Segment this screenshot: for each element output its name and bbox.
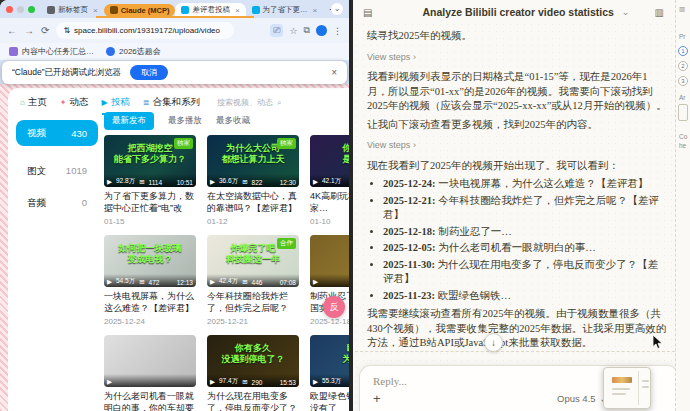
- video-card[interactable]: ▶ 为什么老司机看一眼就明白的事，你的车却要开到跟前才急刹… 2025-12-0…: [104, 335, 196, 411]
- preview-line: [612, 388, 630, 390]
- step-1-badge[interactable]: 1: [678, 46, 688, 56]
- video-thumbnail[interactable]: 把西湖挖空能省下多少算力？ 独家 ▶92.8万 ⊞1114 10:51: [104, 135, 196, 187]
- video-thumbnail[interactable]: 你玩的是AI吗 ▶42.1万: [310, 135, 349, 187]
- video-thumbnail[interactable]: 炸爆完了吧科技圈这一年 合作 ▶42.4万 ⊞446 07:08: [207, 235, 299, 287]
- video-date: 2025-12-21: [207, 317, 299, 326]
- artifact-thumbnail[interactable]: [678, 104, 688, 121]
- minimize-window-button[interactable]: [17, 6, 24, 13]
- play-count-icon: ▶: [313, 178, 318, 186]
- reload-icon[interactable]: ⟳: [41, 25, 49, 36]
- video-thumbnail[interactable]: 欧盟为什么 ▶55.3万: [310, 335, 349, 387]
- forward-icon[interactable]: →: [24, 25, 34, 36]
- sort-tab-newest[interactable]: 最新发布: [104, 112, 154, 130]
- cancel-debug-button[interactable]: 取消: [130, 65, 168, 80]
- video-thumbnail[interactable]: 为什么大公司都想让算力上天 独家 ▶36.6万 ⊞822 12:30: [207, 135, 299, 187]
- tab-bilibili-video[interactable]: 为了省下更… ×: [246, 3, 324, 18]
- browser-menu-icon[interactable]: ⋮: [333, 26, 342, 36]
- newtab-favicon: [47, 6, 55, 14]
- video-thumbnail[interactable]: ▶: [104, 335, 196, 387]
- cooperation-badge: 合作: [277, 238, 296, 249]
- close-tab-icon[interactable]: ×: [93, 6, 98, 15]
- video-card[interactable]: 欧盟为什么 ▶55.3万 欧盟绿色钢铁…铁，也没有了 2025-11-23: [310, 335, 349, 411]
- video-duration: 12:30: [280, 179, 296, 186]
- space-search-input[interactable]: 搜索视频、动态 ⌕: [217, 97, 281, 108]
- nav-collections[interactable]: ≣ 合集和系列: [143, 96, 200, 109]
- close-window-button[interactable]: [6, 6, 13, 13]
- sort-tab-most-favorited[interactable]: 最多收藏: [216, 115, 250, 127]
- back-icon[interactable]: ←: [7, 25, 17, 36]
- danmaku-icon: ⊞: [242, 378, 247, 386]
- title-chevron-icon[interactable]: ⌄: [622, 7, 630, 17]
- address-bar[interactable]: ⇅ space.bilibili.com/19319172/upload/vid…: [56, 22, 234, 39]
- sidebar-item-audio[interactable]: 音频 0: [16, 197, 98, 210]
- sidebar-item-video[interactable]: 视频 430: [16, 120, 98, 146]
- panel-icon[interactable]: ▥: [679, 5, 685, 13]
- list-item: 2025-12-05: 为什么老司机看一眼就明白的事…: [383, 241, 667, 256]
- screen-preview-thumbnail[interactable]: [603, 367, 651, 409]
- video-card[interactable]: 把西湖挖空能省下多少算力？ 独家 ▶92.8万 ⊞1114 10:51 为了省下…: [104, 135, 196, 226]
- window-controls[interactable]: [6, 6, 35, 13]
- tab-claude-mcp[interactable]: Claude (MCP): [104, 4, 176, 17]
- close-notification-icon[interactable]: ×: [331, 67, 337, 78]
- video-thumbnail[interactable]: 如何把一块玻璃变成电视？ ▶54.5万 ⊞472 12:13: [104, 235, 196, 287]
- model-selector[interactable]: Opus 4.5 ⌄: [557, 393, 608, 404]
- tab-search-icon[interactable]: ⌄: [331, 3, 343, 15]
- list-item: 2025-11-23: 欧盟绿色钢铁…: [383, 289, 667, 304]
- play-count-icon: ▶: [210, 378, 215, 386]
- video-thumbnail[interactable]: 你有多久没遇到停电了？ ▶97.4万 ⊞290 15:53: [207, 335, 299, 387]
- video-title[interactable]: 在太空搞数据中心，真的靠谱吗？【差评君】: [207, 191, 299, 214]
- tab-new-tab-page[interactable]: 新标签页 ×: [41, 3, 104, 18]
- list-item: 2025-12-18: 制药业忍了一…: [383, 225, 667, 240]
- video-card[interactable]: 如何把一块玻璃变成电视？ ▶54.5万 ⊞472 12:13 一块电视屏幕，为什…: [104, 235, 196, 326]
- video-title[interactable]: 为了省下更多算力，数据中心正忙着“电”改“光”【差评君】: [104, 191, 196, 214]
- sidebar-toggle-icon[interactable]: ▤: [363, 7, 372, 18]
- bookmark-item[interactable]: 内容中心任务汇总…: [9, 46, 94, 57]
- video-thumbnail[interactable]: ▶: [310, 235, 349, 287]
- step-2-badge[interactable]: 2: [678, 61, 688, 71]
- bookmark-star-icon[interactable]: ☆: [289, 26, 297, 36]
- video-card[interactable]: 炸爆完了吧科技圈这一年 合作 ▶42.4万 ⊞446 07:08 今年科技圈给我…: [207, 235, 299, 326]
- dynamic-icon: ✦: [60, 98, 67, 107]
- video-stats: ▶54.5万 ⊞472 12:13: [104, 274, 196, 287]
- view-steps-link[interactable]: View steps ›: [367, 138, 667, 153]
- close-tab-icon[interactable]: ×: [235, 6, 240, 15]
- video-card[interactable]: 你有多久没遇到停电了？ ▶97.4万 ⊞290 15:53 为什么现在用电变多了…: [207, 335, 299, 411]
- play-count-icon: ▶: [210, 178, 215, 186]
- sort-tab-most-played[interactable]: 最多播放: [168, 115, 202, 127]
- site-info-icon[interactable]: ⇅: [63, 26, 70, 35]
- video-title[interactable]: 为什么现在用电变多了，停电反而变少了？【差评君】: [207, 391, 299, 411]
- video-card[interactable]: 为什么大公司都想让算力上天 独家 ▶36.6万 ⊞822 12:30 在太空搞数…: [207, 135, 299, 226]
- nav-dynamic[interactable]: ✦ 动态: [60, 96, 89, 109]
- conversation-title[interactable]: Analyze Bilibili creator video statistic…: [422, 6, 613, 18]
- video-title[interactable]: 欧盟绿色钢铁…铁，也没有了: [310, 391, 349, 411]
- debug-notification-bar: “Claude”已开始调试此浏览器 取消 ×: [2, 61, 347, 84]
- scroll-to-bottom-button[interactable]: ↓: [484, 333, 503, 352]
- danmaku-icon: ⊞: [242, 178, 247, 186]
- nav-home[interactable]: ⌂ 主页: [20, 96, 47, 109]
- tab-label: Claude (MCP): [121, 6, 170, 15]
- reply-placeholder: Reply...: [373, 375, 407, 387]
- attach-plus-icon[interactable]: +: [373, 391, 381, 406]
- video-card[interactable]: 你玩的是AI吗 ▶42.1万 4K高刷玩3A，AI给玩家… 01-10: [310, 135, 349, 226]
- video-title[interactable]: 一块电视屏幕，为什么这么难造？【差评君】: [104, 291, 196, 314]
- view-steps-link[interactable]: View steps ›: [367, 50, 667, 65]
- step-3-badge[interactable]: 3: [678, 76, 688, 86]
- video-title[interactable]: 为什么老司机看一眼就明白的事，你的车却要开到跟前才急刹…: [104, 391, 196, 411]
- screen-share-icon[interactable]: ⎚: [270, 24, 283, 37]
- play-count-icon: ▶: [313, 378, 318, 386]
- bookmark-item[interactable]: 2026选题会: [106, 46, 161, 57]
- video-title[interactable]: 今年科技圈给我炸烂了，但炸完之后呢？【差评君】: [207, 291, 299, 314]
- rail-label: Co: [679, 133, 687, 140]
- profile-avatar[interactable]: [316, 25, 327, 36]
- video-title[interactable]: 4K高刷玩3A，AI给玩家…: [310, 191, 349, 214]
- zoom-window-button[interactable]: [28, 6, 35, 13]
- chevron-right-icon: ›: [413, 52, 416, 62]
- video-duration: 15:53: [280, 379, 296, 386]
- close-tab-icon[interactable]: ×: [313, 6, 318, 15]
- video-stats: ▶: [104, 374, 196, 387]
- right-panel-toggle-icon[interactable]: ▥: [655, 7, 664, 18]
- feedback-floating-button[interactable]: 反: [323, 296, 345, 318]
- sidebar-item-articles[interactable]: 图文 1019: [16, 165, 98, 178]
- reply-input-box[interactable]: Reply... + Opus 4.5 ⌄ ◉: [359, 365, 679, 411]
- extensions-icon[interactable]: ⧉: [304, 25, 310, 36]
